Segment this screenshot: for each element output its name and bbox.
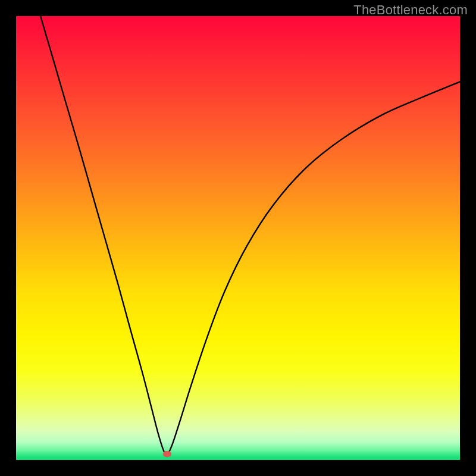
chart-frame: TheBottleneck.com [0, 0, 476, 476]
minimum-marker [163, 451, 171, 457]
plot-area [16, 16, 460, 460]
watermark-text: TheBottleneck.com [353, 2, 468, 18]
bottleneck-curve [16, 16, 460, 460]
